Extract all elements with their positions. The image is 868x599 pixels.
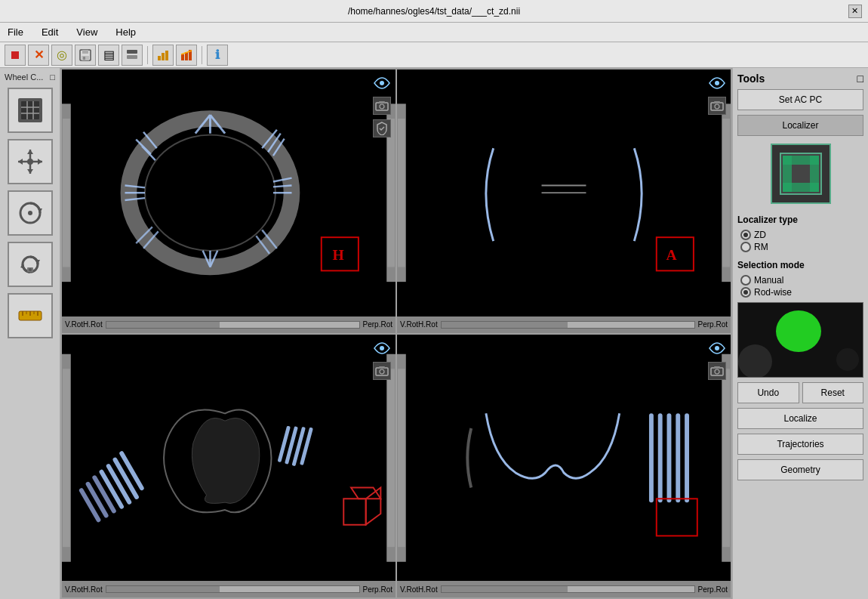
tools-panel: Tools □ Set AC PC Localizer Localizer ty… xyxy=(732,68,868,599)
svg-marker-21 xyxy=(27,150,33,154)
vp4-bottom-bar: V.Rot H.Rot Perp.Rot xyxy=(397,581,731,597)
viewport-top-right[interactable]: A V.Rot H.Rot xyxy=(397,69,731,333)
svg-marker-22 xyxy=(27,169,33,174)
menu-edit[interactable]: Edit xyxy=(38,25,61,39)
geometry-button[interactable]: Geometry xyxy=(737,459,863,480)
tool-rotate-button[interactable] xyxy=(8,190,53,236)
undo-button[interactable]: Undo xyxy=(737,382,799,403)
camera-icon-vp2[interactable] xyxy=(708,97,726,115)
radio-manual[interactable]: Manual xyxy=(740,275,863,286)
main-area: Wheel C... □ xyxy=(0,68,868,599)
eye-icon-vp1[interactable] xyxy=(373,74,391,92)
vp3-slider[interactable] xyxy=(106,585,360,593)
menubar: File Edit View Help xyxy=(0,23,868,42)
reset-button[interactable]: Reset xyxy=(802,382,864,403)
viewport-bottom-left[interactable]: V.Rot H.Rot Perp.Rot xyxy=(62,335,396,598)
vp4-slider[interactable] xyxy=(441,585,695,593)
eye-icon-vp3[interactable] xyxy=(373,339,391,357)
cancel-button[interactable]: ✕ xyxy=(28,45,49,66)
vp1-perprot: Perp.Rot xyxy=(363,320,392,329)
camera-icon-vp4[interactable] xyxy=(708,362,726,380)
svg-point-106 xyxy=(380,369,384,374)
eye-icon-vp2[interactable] xyxy=(708,74,726,92)
radio-rm-label: RM xyxy=(754,242,768,252)
trajectories-button[interactable]: Trajectories xyxy=(737,434,863,455)
svg-rect-83 xyxy=(722,119,730,267)
radio-zd-dot[interactable] xyxy=(740,230,751,240)
vp1-bottom-bar: V.Rot H.Rot Perp.Rot xyxy=(62,316,396,333)
svg-rect-118 xyxy=(722,369,730,547)
toolbar-sep1 xyxy=(147,46,148,64)
menu-file[interactable]: File xyxy=(5,25,26,39)
viewport-bottom-right[interactable]: V.Rot H.Rot Perp.Rot xyxy=(397,335,731,598)
svg-point-84 xyxy=(715,81,719,85)
stop-button[interactable]: ⏹ xyxy=(5,45,26,66)
tool-measure-button[interactable] xyxy=(8,293,53,338)
svg-point-73 xyxy=(380,104,384,109)
panel-label: Wheel C... □ xyxy=(3,71,57,83)
svg-point-28 xyxy=(28,211,32,215)
radio-rm[interactable]: RM xyxy=(740,242,863,252)
bar-chart-button[interactable] xyxy=(152,45,174,66)
tool-layers-button[interactable] xyxy=(8,88,53,133)
svg-point-119 xyxy=(715,346,719,350)
vp1-slider[interactable] xyxy=(106,321,360,329)
info-button[interactable]: ℹ xyxy=(207,45,228,66)
svg-point-121 xyxy=(715,369,719,374)
camera-icon-vp1[interactable] xyxy=(373,97,391,115)
radio-rodwise[interactable]: Rod-wise xyxy=(740,287,863,298)
svg-rect-111 xyxy=(667,413,672,502)
radio-rm-dot[interactable] xyxy=(740,242,751,252)
svg-rect-122 xyxy=(714,366,720,369)
close-button[interactable]: ✕ xyxy=(848,5,862,18)
bottom-preview xyxy=(737,302,863,378)
stack-button[interactable] xyxy=(122,45,143,66)
radio-rodwise-dot[interactable] xyxy=(740,287,751,298)
vp2-vrot: V.Rot xyxy=(400,320,418,329)
vp2-bottom-bar: V.Rot H.Rot Perp.Rot xyxy=(397,316,731,333)
radio-rodwise-label: Rod-wise xyxy=(754,287,792,298)
svg-marker-30 xyxy=(35,260,40,264)
svg-rect-6 xyxy=(158,56,161,60)
shield-icon-vp1[interactable] xyxy=(373,119,391,137)
svg-point-71 xyxy=(380,81,384,85)
toolbar-sep2 xyxy=(202,46,202,64)
set-ac-pc-button[interactable]: Set AC PC xyxy=(737,89,863,110)
localizer-button[interactable]: Localizer xyxy=(737,115,863,136)
circle-button[interactable]: ◎ xyxy=(51,45,72,66)
svg-text:H: H xyxy=(333,246,344,263)
menu-help[interactable]: Help xyxy=(112,25,139,39)
viewport-area: H xyxy=(60,68,732,599)
layers-button[interactable]: ▤ xyxy=(98,45,119,66)
radio-zd[interactable]: ZD xyxy=(740,230,863,240)
svg-text:A: A xyxy=(666,246,678,263)
left-sidebar: Wheel C... □ xyxy=(0,68,60,599)
vp4-vrot: V.Rot xyxy=(400,585,418,594)
svg-marker-27 xyxy=(38,208,42,213)
save-button[interactable] xyxy=(75,45,96,66)
svg-marker-24 xyxy=(38,159,42,165)
radio-zd-label: ZD xyxy=(754,230,766,240)
svg-rect-112 xyxy=(676,413,680,502)
vp2-slider[interactable] xyxy=(441,321,695,329)
localizer-type-group: ZD RM xyxy=(737,230,863,252)
camera-icon-vp3[interactable] xyxy=(373,362,391,380)
vp2-perprot: Perp.Rot xyxy=(698,320,728,329)
vp2-hrot: H.Rot xyxy=(418,320,438,329)
localizer-type-label: Localizer type xyxy=(737,215,863,225)
vp3-bottom-bar: V.Rot H.Rot Perp.Rot xyxy=(62,581,396,597)
bar-chart2-button[interactable] xyxy=(176,45,197,66)
svg-point-25 xyxy=(27,159,33,165)
eye-icon-vp4[interactable] xyxy=(708,339,726,357)
menu-view[interactable]: View xyxy=(73,25,100,39)
localize-button[interactable]: Localize xyxy=(737,408,863,429)
radio-manual-dot[interactable] xyxy=(740,275,751,286)
viewport-top-left[interactable]: H xyxy=(62,69,396,333)
svg-rect-110 xyxy=(658,413,663,502)
tool-camera-button[interactable] xyxy=(8,242,53,287)
vp1-vrot: V.Rot xyxy=(65,320,83,329)
svg-rect-8 xyxy=(165,51,168,60)
window-title: /home/hannes/ogles4/tst_data/___ct_zd.ni… xyxy=(348,6,520,17)
tool-move-button[interactable] xyxy=(8,139,53,184)
svg-rect-116 xyxy=(398,369,405,547)
